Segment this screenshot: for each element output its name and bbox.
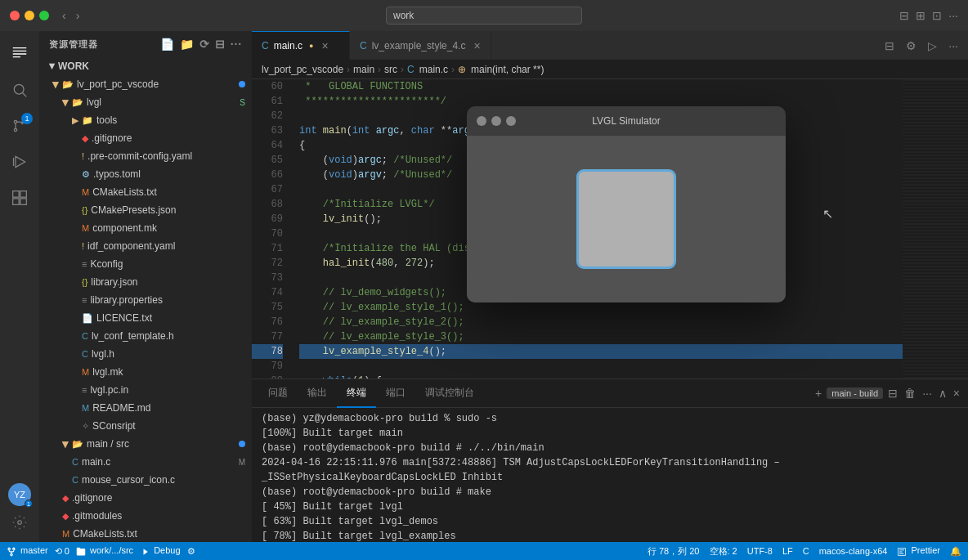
sidebar-item-tools[interactable]: ▶ 📁 tools (39, 111, 252, 129)
status-prettier[interactable]: Prettier (897, 545, 940, 556)
breadcrumb-project[interactable]: lv_port_pc_vscode (262, 64, 343, 75)
panel-tab-problems[interactable]: 问题 (258, 379, 298, 408)
kill-terminal-button[interactable]: 🗑 (903, 385, 917, 401)
more-editor-button[interactable]: ··· (945, 38, 961, 54)
status-line-ending[interactable]: LF (782, 546, 793, 556)
activity-extensions[interactable] (3, 181, 36, 214)
settings-editor-button[interactable]: ⚙ (903, 38, 920, 54)
split-editor-button[interactable]: ⊟ (881, 38, 898, 54)
sidebar-item-cmakepresets[interactable]: {} CMakePresets.json (39, 201, 252, 219)
run-code-button[interactable]: ▷ (925, 38, 940, 54)
close-panel-button[interactable]: × (952, 385, 961, 401)
refresh-icon[interactable]: ⟳ (199, 38, 210, 51)
more-icon[interactable]: ··· (948, 9, 958, 22)
close-button[interactable] (10, 11, 20, 20)
sidebar-item-main-src[interactable]: ▶ 📂 main / src (39, 435, 252, 453)
tab-close-button[interactable]: × (321, 39, 328, 52)
breadcrumb-src[interactable]: src (384, 64, 397, 75)
breadcrumb-main[interactable]: main (353, 64, 374, 75)
activity-search[interactable] (3, 74, 36, 106)
modal-maximize-dot[interactable] (506, 116, 516, 126)
sidebar-item-mainc[interactable]: C main.c M (39, 453, 252, 471)
breadcrumb-file[interactable]: main.c (419, 64, 448, 75)
sidebar-item-lvglpcin[interactable]: ≡ lvgl.pc.in (39, 381, 252, 399)
settings-icon[interactable] (7, 509, 33, 535)
sidebar-item-libraryjson[interactable]: {} library.json (39, 273, 252, 291)
layout-icon[interactable]: ⊟ (899, 9, 909, 22)
tab-mainc[interactable]: C main.c ● × (252, 31, 350, 60)
panel-tab-terminal[interactable]: 终端 (337, 379, 376, 408)
sidebar-item-kconfig[interactable]: ≡ Kconfig (39, 255, 252, 273)
maximize-button[interactable] (39, 11, 49, 20)
more-sidebar-icon[interactable]: ··· (231, 38, 242, 51)
panel-tab-debug[interactable]: 调试控制台 (415, 379, 484, 408)
sidebar-item-precommit[interactable]: ! .pre-commit-config.yaml (39, 147, 252, 165)
sidebar-item-readme[interactable]: M README.md (39, 399, 252, 417)
new-file-icon[interactable]: 📄 (160, 38, 175, 51)
activity-run[interactable] (3, 146, 36, 178)
status-filepath[interactable]: work/.../src (76, 545, 133, 556)
panel-tab-output[interactable]: 输出 (298, 379, 337, 408)
activity-source-control[interactable]: 1 (3, 110, 36, 142)
nav-back-button[interactable]: ‹ (59, 7, 69, 24)
collapse-panel-button[interactable]: ∧ (937, 385, 948, 401)
file-type-icon: ◆ (62, 493, 69, 504)
chevron-icon: ▶ (72, 115, 78, 126)
status-encoding[interactable]: UTF-8 (747, 546, 773, 556)
split-terminal-button[interactable]: ⊟ (886, 385, 899, 401)
sidebar-item-sconsript[interactable]: ✧ SConsript (39, 417, 252, 435)
status-branch[interactable]: master (7, 545, 48, 556)
sidebar-item-lv_port_pc_vscode[interactable]: ▶ 📂 lv_port_pc_vscode (39, 75, 252, 93)
layout3-icon[interactable]: ⊡ (932, 9, 942, 22)
collapse-icon[interactable]: ⊟ (215, 38, 226, 51)
status-position[interactable]: 行 78，列 20 (648, 545, 700, 558)
sidebar-section-work[interactable]: ▶ WORK (39, 57, 252, 75)
status-language[interactable]: C (803, 546, 809, 556)
status-settings2[interactable]: ⚙ (187, 546, 195, 557)
sidebar-item-gitignore[interactable]: ◆ .gitignore (39, 129, 252, 147)
add-terminal-button[interactable]: + (813, 385, 823, 401)
status-debug[interactable]: Debug (140, 545, 180, 556)
breadcrumb-fn-icon: ⊕ (458, 64, 466, 75)
sidebar-item-licence[interactable]: 📄 LICENCE.txt (39, 309, 252, 327)
file-type-icon: {} (82, 205, 87, 215)
sidebar-item-typos[interactable]: ⚙ .typos.toml (39, 165, 252, 183)
sidebar-item-componentmk[interactable]: M component.mk (39, 219, 252, 237)
sidebar-item-libraryprops[interactable]: ≡ library.properties (39, 291, 252, 309)
search-input[interactable] (386, 7, 582, 25)
sidebar-item-idf[interactable]: ! idf_component.yaml (39, 237, 252, 255)
new-folder-icon[interactable]: 📁 (180, 38, 195, 51)
modal-close-dot[interactable] (477, 116, 486, 126)
nav-forward-button[interactable]: › (73, 7, 83, 24)
panel-tab-ports[interactable]: 端口 (376, 379, 415, 408)
sidebar-item-cmake2[interactable]: M CMakeLists.txt (39, 525, 252, 542)
activity-explorer[interactable] (3, 38, 36, 70)
code-editor[interactable]: 60616263 64656667 68697071 72737475 7677… (252, 79, 968, 379)
sidebar-item-gitignore2[interactable]: ◆ .gitignore (39, 489, 252, 507)
filename: .pre-commit-config.yaml (87, 150, 192, 162)
status-spaces[interactable]: 空格: 2 (710, 545, 737, 558)
sidebar-item-cmake[interactable]: M CMakeLists.txt (39, 183, 252, 201)
filename: CMakeLists.txt (92, 186, 157, 198)
layout2-icon[interactable]: ⊞ (916, 9, 925, 22)
sidebar-item-lvconftemplate[interactable]: C lv_conf_template.h (39, 327, 252, 345)
account-avatar[interactable]: YZ 1 (8, 483, 31, 506)
lvgl-simulator-modal[interactable]: LVGL Simulator ↖ (467, 106, 786, 302)
minimize-button[interactable] (25, 11, 34, 20)
more-panel-button[interactable]: ··· (921, 385, 934, 401)
sidebar-item-lvgl[interactable]: ▶ 📂 lvgl S (39, 93, 252, 111)
status-notifications[interactable]: 🔔 (950, 546, 961, 557)
modal-minimize-dot[interactable] (491, 116, 501, 126)
status-sync[interactable]: ⟲ 0 (55, 546, 69, 557)
file-type-icon: C (72, 457, 78, 467)
sidebar-item-lvglmk[interactable]: M lvgl.mk (39, 363, 252, 381)
tab-close-button2[interactable]: × (473, 39, 480, 52)
tab-lvexample[interactable]: C lv_example_style_4.c × (350, 31, 491, 60)
status-compiler[interactable]: macos-clang-x64 (819, 546, 888, 556)
sidebar-item-gitmodules[interactable]: ◆ .gitmodules (39, 507, 252, 525)
sidebar-item-mousecursor[interactable]: C mouse_cursor_icon.c (39, 471, 252, 489)
breadcrumb-function[interactable]: main(int, char **) (471, 64, 544, 75)
sidebar-item-lvglh[interactable]: C lvgl.h (39, 345, 252, 363)
terminal-content[interactable]: (base) yz@ydemacbook-pro build % sudo -s… (252, 408, 968, 542)
terminal-shell-label[interactable]: main - build (827, 388, 883, 399)
